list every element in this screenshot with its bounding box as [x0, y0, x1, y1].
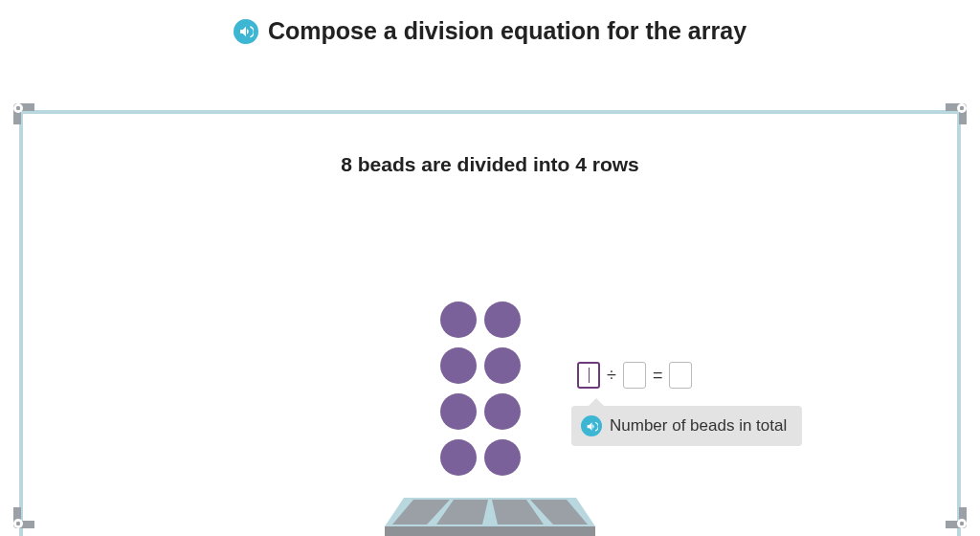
svg-point-5: [16, 522, 20, 525]
quotient-input[interactable]: [669, 362, 692, 389]
problem-statement: 8 beads are divided into 4 rows: [0, 153, 980, 176]
divisor-input[interactable]: [623, 362, 646, 389]
speaker-icon[interactable]: [234, 19, 258, 44]
speaker-icon[interactable]: [581, 415, 602, 436]
svg-point-1: [16, 106, 20, 110]
svg-point-7: [960, 522, 964, 525]
bead: [440, 393, 477, 430]
svg-rect-13: [385, 526, 595, 536]
dividend-input[interactable]: [577, 362, 600, 389]
hint-tooltip: Number of beads in total: [571, 406, 802, 446]
corner-bracket-bl: [4, 496, 46, 536]
page-title: Compose a division equation for the arra…: [268, 17, 746, 45]
bead: [484, 347, 521, 384]
svg-point-3: [960, 106, 964, 110]
bead: [484, 393, 521, 430]
equals-operator: =: [653, 366, 663, 386]
bead: [440, 347, 477, 384]
bead: [440, 439, 477, 476]
equation-row: ÷ =: [577, 362, 692, 389]
bead: [484, 439, 521, 476]
bead: [440, 302, 477, 338]
corner-bracket-br: [934, 496, 976, 536]
bead: [484, 302, 521, 338]
corner-bracket-tl: [4, 94, 46, 136]
divide-operator: ÷: [607, 366, 616, 386]
pedestal: [385, 498, 595, 536]
hint-text: Number of beads in total: [610, 416, 787, 436]
bead-array: [440, 302, 521, 476]
corner-bracket-tr: [934, 94, 976, 136]
